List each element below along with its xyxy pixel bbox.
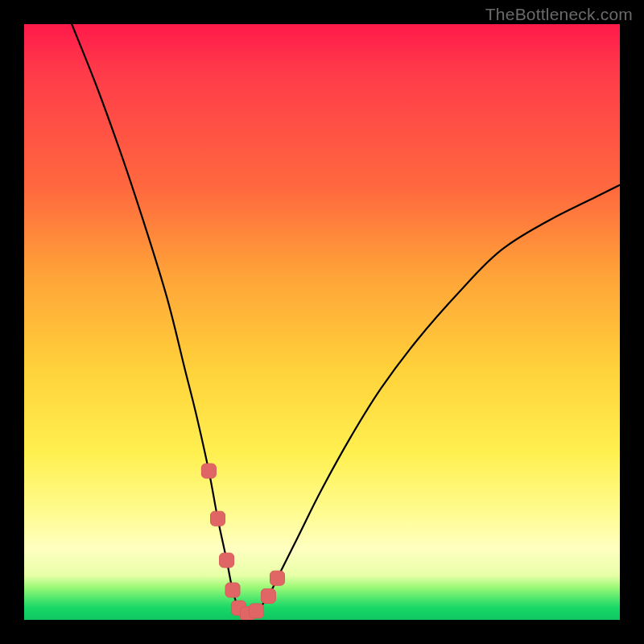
marker-point <box>250 604 264 618</box>
plot-area <box>24 24 620 620</box>
marker-point <box>225 583 240 597</box>
bottleneck-curve <box>72 24 620 614</box>
marker-point <box>211 511 225 526</box>
marker-group <box>201 464 284 620</box>
outer-frame: TheBottleneck.com <box>0 0 644 644</box>
marker-point <box>220 553 234 568</box>
watermark-text: TheBottleneck.com <box>485 5 633 24</box>
chart-svg <box>24 24 620 620</box>
marker-point <box>201 464 216 478</box>
marker-point <box>261 588 275 603</box>
marker-point <box>270 571 285 585</box>
